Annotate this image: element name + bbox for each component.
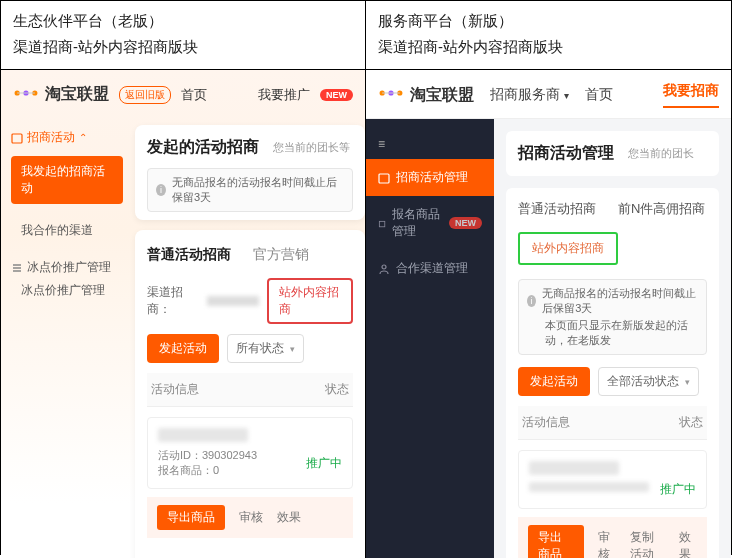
nav-home[interactable]: 首页: [585, 86, 613, 104]
col-status: 状态: [325, 381, 349, 398]
redacted-block: [529, 461, 619, 475]
col-activity-info: 活动信息: [151, 381, 199, 398]
panel-title: 招商活动管理: [518, 143, 614, 164]
chevron-down-icon: ▾: [290, 344, 295, 354]
sidebar-item-my-activities[interactable]: 我发起的招商活动: [11, 156, 123, 204]
sidebar-item-freeze2[interactable]: 冰点价推广管理: [11, 276, 123, 305]
right-app: 淘宝联盟 招商服务商▾ 首页 我要招商 ≡ 招商活动管理 报名商品管理 NEW: [366, 70, 731, 558]
right-subtitle: 渠道招商-站外内容招商版块: [378, 35, 719, 59]
svg-point-9: [382, 265, 386, 269]
right-header: 服务商平台（新版） 渠道招商-站外内容招商版块: [366, 1, 731, 70]
activity-id: 390302943: [202, 449, 257, 461]
list-icon: [11, 262, 23, 274]
hamburger-icon[interactable]: ≡: [366, 129, 494, 159]
tab-official[interactable]: 官方营销: [253, 246, 309, 264]
chevron-up-icon: ⌃: [79, 132, 87, 143]
left-sidebar: 招商活动 ⌃ 我发起的招商活动 我合作的渠道 冰点价推广管理 冰点价推广管理: [1, 115, 129, 558]
export-button[interactable]: 导出商品: [157, 505, 225, 530]
back-old-badge[interactable]: 返回旧版: [119, 86, 171, 104]
status-select[interactable]: 全部活动状态 ▾: [598, 367, 699, 396]
cube-icon: [378, 217, 386, 229]
create-activity-button[interactable]: 发起活动: [518, 367, 590, 396]
brand-text: 淘宝联盟: [45, 84, 109, 105]
redacted-block: [529, 482, 649, 492]
panel-subtitle: 您当前的团长: [628, 146, 694, 161]
panel-subtitle: 您当前的团长等: [273, 140, 350, 155]
export-button[interactable]: 导出商品: [528, 525, 584, 558]
right-title: 服务商平台（新版）: [378, 9, 719, 33]
alert-banner: i无商品报名的活动报名时间截止后保留3天 本页面只显示在新版发起的活动，在老版发: [518, 279, 707, 355]
status-badge: 推广中: [660, 481, 696, 498]
svg-rect-3: [12, 134, 22, 143]
redacted-text: [207, 296, 259, 306]
chip-external-content[interactable]: 站外内容招商: [518, 232, 618, 265]
left-column: 生态伙伴平台（老版） 渠道招商-站外内容招商版块 淘宝联盟 返回旧版 首页 我要…: [1, 1, 366, 558]
left-header: 生态伙伴平台（老版） 渠道招商-站外内容招商版块: [1, 1, 365, 70]
effect-link[interactable]: 效果: [679, 529, 697, 558]
activity-row: 推广中: [518, 450, 707, 509]
filter-label: 渠道招商：: [147, 284, 199, 318]
brand-logo[interactable]: 淘宝联盟: [378, 85, 474, 106]
new-badge: NEW: [320, 89, 353, 101]
comparison-grid: 生态伙伴平台（老版） 渠道招商-站外内容招商版块 淘宝联盟 返回旧版 首页 我要…: [0, 0, 732, 555]
svg-rect-8: [379, 221, 384, 226]
nav-recruit[interactable]: 我要招商: [663, 82, 719, 108]
tab-topn[interactable]: 前N件高佣招商: [618, 200, 705, 218]
brand-text: 淘宝联盟: [410, 85, 474, 106]
left-app: 淘宝联盟 返回旧版 首页 我要推广 NEW 招商活动 ⌃ 我发起的招商活动 我合…: [1, 70, 365, 558]
sidebar-group-recruit[interactable]: 招商活动 ⌃: [11, 129, 123, 146]
info-icon: i: [527, 295, 536, 307]
col-status: 状态: [679, 414, 703, 431]
right-column: 服务商平台（新版） 渠道招商-站外内容招商版块 淘宝联盟 招商服务商▾ 首页 我…: [366, 1, 731, 558]
col-activity-info: 活动信息: [522, 414, 570, 431]
sidebar-item-goods-mgmt[interactable]: 报名商品管理 NEW: [366, 196, 494, 250]
logo-icon: [13, 85, 39, 105]
left-subtitle: 渠道招商-站外内容招商版块: [13, 35, 353, 59]
sidebar-item-activity-mgmt[interactable]: 招商活动管理: [366, 159, 494, 196]
sidebar-item-channel-mgmt[interactable]: 合作渠道管理: [366, 250, 494, 287]
signup-count: 0: [213, 464, 219, 476]
tab-normal[interactable]: 普通活动招商: [518, 200, 596, 218]
chevron-down-icon: ▾: [564, 90, 569, 101]
nav-service[interactable]: 招商服务商▾: [490, 86, 569, 104]
activity-row: 活动ID：390302943 报名商品：0 推广中: [147, 417, 353, 489]
sidebar-group-freeze[interactable]: 冰点价推广管理: [11, 259, 123, 276]
status-badge: 推广中: [306, 455, 342, 472]
sidebar-item-channels[interactable]: 我合作的渠道: [11, 216, 123, 245]
review-link[interactable]: 审核: [239, 509, 263, 526]
status-select[interactable]: 所有状态 ▾: [227, 334, 304, 363]
left-topbar: 淘宝联盟 返回旧版 首页 我要推广 NEW: [1, 70, 365, 115]
left-content: 发起的活动招商 您当前的团长等 i 无商品报名的活动报名时间截止后保留3天 普通…: [129, 115, 365, 558]
chip-external-content[interactable]: 站外内容招商: [267, 278, 353, 324]
effect-link[interactable]: 效果: [277, 509, 301, 526]
tab-normal[interactable]: 普通活动招商: [147, 246, 231, 264]
right-topbar: 淘宝联盟 招商服务商▾ 首页 我要招商: [366, 70, 731, 119]
row-actions: 导出商品 审核 复制活动 效果: [518, 517, 707, 558]
people-icon: [378, 263, 390, 275]
info-icon: i: [156, 184, 166, 196]
row-actions: 导出商品 审核 效果: [147, 497, 353, 538]
create-activity-button[interactable]: 发起活动: [147, 334, 219, 363]
brand-logo[interactable]: 淘宝联盟: [13, 84, 109, 105]
new-badge: NEW: [449, 217, 482, 229]
panel-title: 发起的活动招商: [147, 137, 259, 158]
calendar-icon: [378, 172, 390, 184]
calendar-icon: [11, 132, 23, 144]
svg-rect-7: [379, 174, 389, 183]
right-content: 招商活动管理 您当前的团长 普通活动招商 前N件高佣招商 站外内容招商 i无商品…: [494, 119, 731, 558]
nav-home[interactable]: 首页: [181, 86, 207, 104]
logo-icon: [378, 85, 404, 105]
copy-link[interactable]: 复制活动: [630, 529, 666, 558]
right-sidebar: ≡ 招商活动管理 报名商品管理 NEW 合作渠道管理: [366, 119, 494, 558]
left-title: 生态伙伴平台（老版）: [13, 9, 353, 33]
review-link[interactable]: 审核: [598, 529, 616, 558]
alert-banner: i 无商品报名的活动报名时间截止后保留3天: [147, 168, 353, 212]
redacted-block: [158, 428, 248, 442]
chevron-down-icon: ▾: [685, 377, 690, 387]
nav-promo[interactable]: 我要推广: [258, 86, 310, 104]
